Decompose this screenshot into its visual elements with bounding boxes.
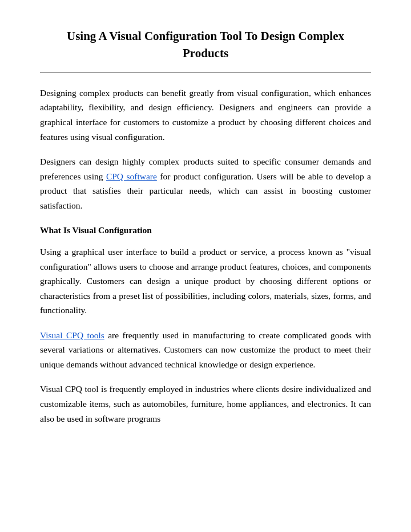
cpq-software-link[interactable]: CPQ software — [106, 171, 157, 181]
page-container: Using A Visual Configuration Tool To Des… — [0, 0, 411, 532]
paragraph-3: Using a graphical user interface to buil… — [40, 245, 371, 318]
visual-cpq-tools-link[interactable]: Visual CPQ tools — [40, 330, 104, 340]
page-title: Using A Visual Configuration Tool To Des… — [40, 27, 371, 62]
paragraph-4: Visual CPQ tools are frequently used in … — [40, 328, 371, 372]
title-divider — [40, 73, 371, 73]
paragraph-2: Designers can design highly complex prod… — [40, 154, 371, 213]
section-heading-what-is: What Is Visual Configuration — [40, 223, 371, 238]
title-block: Using A Visual Configuration Tool To Des… — [40, 27, 371, 62]
paragraph-5: Visual CPQ tool is frequently employed i… — [40, 382, 371, 426]
paragraph-1: Designing complex products can benefit g… — [40, 86, 371, 144]
